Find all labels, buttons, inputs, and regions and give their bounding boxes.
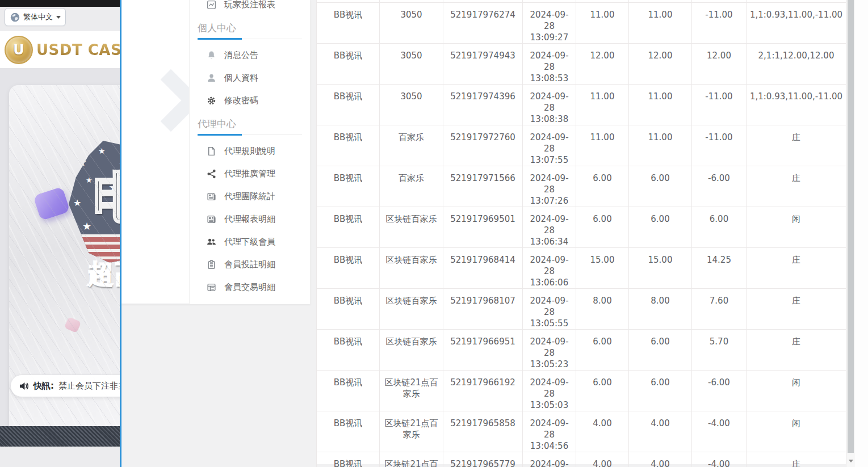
cell-valid-bet: 12.00 <box>629 43 692 84</box>
cell-valid-bet: 11.00 <box>629 125 692 166</box>
language-selector[interactable]: 繁体中文 <box>5 8 66 26</box>
sidebar-section-items: 消息公告 個人資料 修改密碼 <box>198 39 302 112</box>
cell-detail: 闲 <box>747 370 846 411</box>
usdt-coin-logo-icon: U <box>5 36 33 64</box>
cell-bet-amount: 8.00 <box>576 288 629 329</box>
promo-big-character: 电 <box>93 170 120 225</box>
pink-dice-graphic <box>64 317 81 333</box>
cell-valid-bet: 6.00 <box>629 329 692 370</box>
table-row: BB视讯 区块链21点百家乐 521917965779 2024-09-2813… <box>317 452 846 467</box>
cell-game: 区块链百家乐 <box>380 329 443 370</box>
sidebar-item-1-0[interactable]: 代理規則說明 <box>198 140 302 162</box>
cell-game: 区块链百家乐 <box>380 288 443 329</box>
cell-detail: 1,1:0.93,11.00,-11.00 <box>747 84 846 125</box>
cell-valid-bet: 11.00 <box>629 84 692 125</box>
cell-order-no: 521917974943 <box>443 43 523 84</box>
cell-platform: BB视讯 <box>317 288 380 329</box>
cell-valid-bet: 15.00 <box>629 247 692 288</box>
cell-game: 百家乐 <box>380 166 443 207</box>
gear-icon <box>206 95 216 106</box>
cell-win-loss: 14.25 <box>692 247 747 288</box>
cell-order-no: 521917968414 <box>443 247 523 288</box>
vertical-scrollbar[interactable] <box>846 0 855 467</box>
table-row: BB视讯 区块链21点百家乐 521917966192 2024-09-2813… <box>317 370 846 411</box>
cell-order-no: 521917969501 <box>443 207 523 247</box>
table-row: BB视讯 百家乐 521917971566 2024-09-2813:07:26… <box>317 166 846 207</box>
marquee-text: 禁止会员下注非主 <box>58 381 120 392</box>
carpet-texture-background <box>0 426 120 447</box>
cell-detail: 闲 <box>747 411 846 452</box>
sidebar-item-1-2[interactable]: 代理團隊統計 <box>198 185 302 208</box>
list-icon <box>206 282 216 292</box>
cell-order-no: 521917972760 <box>443 125 523 166</box>
cell-bet-time: 2024-09-2813:07:55 <box>523 125 576 166</box>
cell-bet-time: 2024-09-2813:08:53 <box>523 43 576 84</box>
cell-bet-amount: 11.00 <box>576 84 629 125</box>
sidebar-section: 代理中心 代理規則說明 代理推廣管理 代理團隊統計 代理報表明細 代理下級會員 … <box>198 112 302 298</box>
cell-bet-time: 2024-09-2813:05:55 <box>523 288 576 329</box>
sidebar-menu: 玩家投注報表 個人中心 消息公告 個人資料 修改密碼 代理中心 代理規則說明 代… <box>189 0 311 304</box>
speaker-icon <box>19 381 29 391</box>
table-row: BB视讯 百家乐 521917972760 2024-09-2813:07:55… <box>317 125 846 166</box>
table-row: BB视讯 3050 521917974396 2024-09-2813:08:3… <box>317 84 846 125</box>
background-page-strip: 繁体中文 U USDT CASINO ★ ★ ★ ★ ★ ★ ★ ★ <box>0 0 120 467</box>
cell-win-loss: -6.00 <box>692 166 747 207</box>
purple-dice-graphic <box>33 187 70 221</box>
cell-game: 3050 <box>380 43 443 84</box>
cell-game: 区块链21点百家乐 <box>380 411 443 452</box>
cell-bet-time: 2024-09-2813:04:56 <box>523 411 576 452</box>
cell-detail: 庄 <box>747 125 846 166</box>
chevron-down-icon <box>56 16 61 19</box>
cell-order-no: 521917971566 <box>443 166 523 207</box>
file-icon <box>206 146 216 156</box>
table-row: BB视讯 区块链百家乐 521917968107 2024-09-2813:05… <box>317 288 846 329</box>
cell-order-no: 521917966192 <box>443 370 523 411</box>
sidebar-item-1-3[interactable]: 代理報表明細 <box>198 208 302 230</box>
sidebar-item-1-1[interactable]: 代理推廣管理 <box>198 162 302 185</box>
cell-detail: 2,1:1,12.00,12.00 <box>747 43 846 84</box>
cell-bet-time: 2024-09-2813:07:26 <box>523 166 576 207</box>
page-right-margin <box>855 0 868 467</box>
cell-order-no: 521917965858 <box>443 411 523 452</box>
cell-valid-bet: 6.00 <box>629 207 692 247</box>
cell-win-loss: 7.60 <box>692 288 747 329</box>
sidebar-item-1-5[interactable]: 會員投註明細 <box>198 253 302 276</box>
table-row: BB视讯 区块链百家乐 521917969501 2024-09-2813:06… <box>317 207 846 247</box>
sidebar-section-title: 個人中心 <box>198 22 302 35</box>
cell-order-no: 521917965779 <box>443 452 523 467</box>
cell-valid-bet: 6.00 <box>629 370 692 411</box>
cell-platform: BB视讯 <box>317 43 380 84</box>
cell-bet-time: 2024-09-2813:06:06 <box>523 247 576 288</box>
cell-valid-bet: 11.00 <box>629 2 692 43</box>
cell-win-loss: -11.00 <box>692 84 747 125</box>
cell-detail: 庄 <box>747 329 846 370</box>
scrollbar-thumb[interactable] <box>848 0 854 453</box>
promo-banner-text: 超高 <box>87 256 120 292</box>
cell-win-loss: 12.00 <box>692 43 747 84</box>
sidebar-panel: 玩家投注報表 個人中心 消息公告 個人資料 修改密碼 代理中心 代理規則說明 代… <box>121 0 311 304</box>
cell-bet-amount: 6.00 <box>576 370 629 411</box>
cell-bet-amount: 15.00 <box>576 247 629 288</box>
cell-order-no: 521917974396 <box>443 84 523 125</box>
table-row: BB视讯 区块链21点百家乐 521917965858 2024-09-2813… <box>317 411 846 452</box>
sidebar-item-1-4[interactable]: 代理下級會員 <box>198 230 302 253</box>
users-icon <box>206 237 216 247</box>
cell-detail: 庄 <box>747 452 846 467</box>
cell-platform: BB视讯 <box>317 84 380 125</box>
arrow-down-icon <box>849 460 853 462</box>
sidebar-item-0-2[interactable]: 修改密碼 <box>198 89 302 112</box>
cell-bet-time: 2024-09-2813:06:34 <box>523 207 576 247</box>
cell-win-loss: 6.00 <box>692 207 747 247</box>
cell-bet-time: 2024-09-2813:09:27 <box>523 2 576 43</box>
user-icon <box>206 73 216 83</box>
sidebar-item-0-1[interactable]: 個人資料 <box>198 66 302 89</box>
panel-divider-line <box>120 0 121 467</box>
sidebar-item-0-0[interactable]: 消息公告 <box>198 44 302 66</box>
scroll-down-button[interactable] <box>846 456 855 466</box>
cell-win-loss: 5.70 <box>692 329 747 370</box>
sidebar-item-1-6[interactable]: 會員交易明細 <box>198 276 302 298</box>
news-icon <box>206 214 216 224</box>
sidebar-item-player-bet-report[interactable]: 玩家投注報表 <box>198 0 302 16</box>
cell-game: 区块链21点百家乐 <box>380 452 443 467</box>
language-label: 繁体中文 <box>23 12 53 22</box>
